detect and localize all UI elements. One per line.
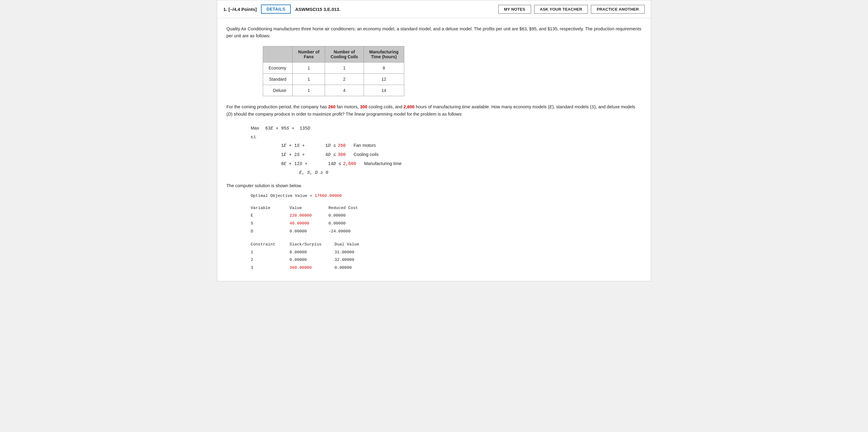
rc-col-header: Reduced Cost xyxy=(329,206,358,210)
var-rc-E: 0.00000 xyxy=(329,213,346,218)
slack-col-header: Slack/Surplus xyxy=(289,240,332,248)
lp-c1-label: Fan motors xyxy=(353,141,376,150)
var-rc-S: 0.00000 xyxy=(329,221,346,226)
con-dual-2: 32.00000 xyxy=(335,258,354,262)
variable-table: Variable Value Reduced Cost E 220.00000 … xyxy=(251,204,642,235)
lp-c2-rhs-val: 300 xyxy=(338,151,346,159)
lp-st-label: s.t. xyxy=(251,133,263,141)
question-label: 1. [–/4.4 Points] xyxy=(223,7,257,12)
solution-block: Optimal Objective Value = 17660.00000 Va… xyxy=(251,192,642,271)
mfg-hours-count: 2,600 xyxy=(404,104,414,109)
lp-model: Max 63E + 95S + 135D s.t. 1E + 1S + 1D ≤… xyxy=(251,124,642,177)
course-code: ASWMSCI15 3.E.013. xyxy=(295,7,340,12)
var-name-D: D xyxy=(251,228,287,235)
objective-value-line: Optimal Objective Value = 17660.00000 xyxy=(251,192,642,200)
table-cell-deluxe-fans: 1 xyxy=(292,85,325,96)
var-rc-D: -24.00000 xyxy=(329,229,350,234)
var-row-D: D 0.00000 -24.00000 xyxy=(251,228,642,235)
val-col-header: Value xyxy=(289,204,326,212)
details-button[interactable]: DETAILS xyxy=(261,5,291,14)
con-slack-1: 0.00000 xyxy=(289,248,332,256)
table-cell-economy-coils: 1 xyxy=(325,63,364,74)
var-value-S: 40.00000 xyxy=(289,220,326,228)
table-row-deluxe: Deluxe 1 4 14 xyxy=(263,85,404,96)
table-cell-economy: Economy xyxy=(263,63,292,74)
obj-value: 17660.00000 xyxy=(315,194,342,198)
content-area: Quality Air Conditioning manufactures th… xyxy=(217,18,651,281)
lp-c1-rhs-pre: 1D ≤ xyxy=(326,141,336,150)
lp-c3-rhs-val: 2,600 xyxy=(343,160,356,168)
problem-text: For the coming production period, the co… xyxy=(226,103,642,118)
var-value-E: 220.00000 xyxy=(289,212,326,220)
table-row-standard: Standard 1 2 12 xyxy=(263,74,404,85)
table-header-coils: Number ofCooling Coils xyxy=(325,46,364,63)
table-header-blank xyxy=(263,46,292,63)
con-dual-1: 31.00000 xyxy=(335,250,354,255)
my-notes-button[interactable]: MY NOTES xyxy=(498,5,531,14)
table-header-fans: Number ofFans xyxy=(292,46,325,63)
con-num-3: 3 xyxy=(251,264,287,272)
header-bar: 1. [–/4.4 Points] DETAILS ASWMSCI15 3.E.… xyxy=(217,0,651,18)
intro-text: Quality Air Conditioning manufactures th… xyxy=(226,26,642,39)
table-cell-deluxe: Deluxe xyxy=(263,85,292,96)
lp-constraint-2: 1E + 2S + 4D ≤ 300 Cooling coils xyxy=(281,150,642,159)
fan-motors-count: 260 xyxy=(328,104,335,109)
header-right: MY NOTES ASK YOUR TEACHER PRACTICE ANOTH… xyxy=(498,5,645,14)
constraint-header-row: Constraint Slack/Surplus Dual Value xyxy=(251,240,642,248)
table-cell-standard-time: 12 xyxy=(364,74,404,85)
table-cell-economy-time: 8 xyxy=(364,63,404,74)
solution-intro: The computer solution is shown below. xyxy=(226,183,642,188)
var-name-E: E xyxy=(251,212,287,220)
lp-c3-rhs-pre: 14D ≤ xyxy=(326,160,341,168)
lp-c1-lhs: 1E + 1S + xyxy=(281,141,323,150)
lp-constraint-3: 8E + 12S + 14D ≤ 2,600 Manufacturing tim… xyxy=(281,159,642,168)
lp-objective: 63E + 95S + 135D xyxy=(265,124,310,133)
var-row-S: S 40.00000 0.00000 xyxy=(251,220,642,228)
lp-c1-rhs-val: 260 xyxy=(338,141,346,150)
con-slack-2: 0.00000 xyxy=(289,256,332,264)
table-cell-standard-coils: 2 xyxy=(325,74,364,85)
var-col-header: Variable xyxy=(251,204,287,212)
lp-c3-lhs: 8E + 12S + xyxy=(281,160,323,168)
var-name-S: S xyxy=(251,220,287,228)
table-cell-deluxe-time: 14 xyxy=(364,85,404,96)
ask-teacher-button[interactable]: ASK YOUR TEACHER xyxy=(534,5,588,14)
con-col-header: Constraint xyxy=(251,240,287,248)
table-header-time: ManufacturingTime (hours) xyxy=(364,46,404,63)
var-value-D: 0.00000 xyxy=(289,228,326,235)
con-row-2: 2 0.00000 32.00000 xyxy=(251,256,642,264)
lp-non-neg-text: E, S, D ≥ 0 xyxy=(299,168,329,177)
con-row-3: 3 360.00000 0.00000 xyxy=(251,264,642,272)
lp-non-negativity: E, S, D ≥ 0 xyxy=(281,168,642,177)
practice-another-button[interactable]: PRACTICE ANOTHER xyxy=(591,5,645,14)
lp-st-row: s.t. xyxy=(251,133,642,141)
lp-c3-label: Manufacturing time xyxy=(364,159,402,168)
table-cell-deluxe-coils: 4 xyxy=(325,85,364,96)
table-cell-standard: Standard xyxy=(263,74,292,85)
variable-header-row: Variable Value Reduced Cost xyxy=(251,204,642,212)
table-row-economy: Economy 1 1 8 xyxy=(263,63,404,74)
constraint-table: Constraint Slack/Surplus Dual Value 1 0.… xyxy=(251,240,642,272)
cooling-coils-count: 300 xyxy=(360,104,367,109)
var-row-E: E 220.00000 0.00000 xyxy=(251,212,642,220)
con-slack-3: 360.00000 xyxy=(289,264,332,272)
lp-c2-lhs: 1E + 2S + xyxy=(281,151,323,159)
lp-max-label: Max xyxy=(251,124,263,133)
lp-c2-rhs-pre: 4D ≤ xyxy=(326,151,336,159)
header-left: 1. [–/4.4 Points] DETAILS ASWMSCI15 3.E.… xyxy=(223,5,494,14)
lp-objective-row: Max 63E + 95S + 135D xyxy=(251,124,642,133)
production-table: Number ofFans Number ofCooling Coils Man… xyxy=(263,46,404,96)
table-cell-economy-fans: 1 xyxy=(292,63,325,74)
con-dual-3: 0.00000 xyxy=(335,265,352,270)
con-num-2: 2 xyxy=(251,256,287,264)
dual-col-header: Dual Value xyxy=(335,242,359,246)
table-cell-standard-fans: 1 xyxy=(292,74,325,85)
con-row-1: 1 0.00000 31.00000 xyxy=(251,248,642,256)
lp-constraints: 1E + 1S + 1D ≤ 260 Fan motors 1E + 2S + … xyxy=(281,141,642,177)
obj-label: Optimal Objective Value = xyxy=(251,194,315,198)
lp-c2-label: Cooling coils xyxy=(353,150,378,159)
lp-constraint-1: 1E + 1S + 1D ≤ 260 Fan motors xyxy=(281,141,642,150)
con-num-1: 1 xyxy=(251,248,287,256)
